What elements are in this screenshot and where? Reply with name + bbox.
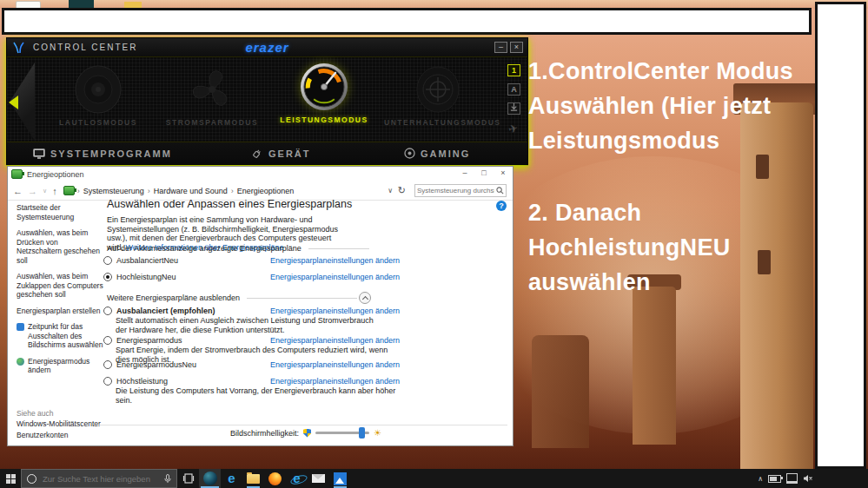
firefox-icon — [268, 472, 282, 485]
sidebar-item-startseite[interactable]: Startseite der Systemsteuerung — [17, 203, 103, 221]
control-panel-search-box[interactable] — [414, 184, 507, 197]
tab-label: GAMING — [421, 148, 470, 159]
plan-name: EnergiesparmodusNeu — [116, 360, 196, 369]
address-dropdown[interactable]: ∨ — [388, 187, 393, 195]
control-center-window: CONTROL CENTER erazer – × LAUTLOSMODUS — [6, 37, 528, 165]
taskbar-app-mail[interactable] — [308, 469, 329, 488]
taskbar-app-photos[interactable] — [329, 469, 351, 488]
sidebar-item-netzschalter[interactable]: Auswählen, was beim Drücken von Netzscha… — [17, 228, 103, 265]
collapse-chevron-button[interactable] — [359, 292, 371, 304]
sidebar-item-bildschirm-ausschalten[interactable]: Zeitpunkt für das Ausschalten des Bildsc… — [17, 322, 103, 350]
radio-hochleistungneu-selected[interactable] — [103, 273, 112, 281]
cc-close-button[interactable]: × — [510, 42, 523, 53]
brightness-slider[interactable] — [315, 432, 369, 434]
radio-hoechstleistung[interactable] — [103, 377, 112, 386]
wallpaper-tower — [633, 287, 676, 445]
breadcrumb-separator: › — [231, 187, 234, 195]
profile-a-button[interactable]: A — [507, 83, 520, 96]
sidebar-item-energiesparmodus[interactable]: Energiesparmodus ändern — [17, 357, 103, 375]
plan-settings-link[interactable]: Energiesparplaneinstellungen ändern — [270, 377, 400, 386]
start-button[interactable] — [0, 469, 21, 488]
breadcrumb-hardware-und-sound[interactable]: Hardware und Sound — [154, 187, 228, 195]
microphone-icon — [164, 474, 171, 484]
volume-muted-button[interactable] — [803, 474, 813, 483]
refresh-button[interactable]: ↻ — [398, 185, 406, 196]
help-icon[interactable]: ? — [496, 201, 507, 211]
tab-systemprogramm[interactable]: SYSTEMPROGRAMM — [33, 142, 172, 164]
taskbar-app-firefox[interactable] — [264, 469, 286, 488]
breadcrumb-energieoptionen[interactable]: Energieoptionen — [237, 187, 295, 195]
profile-1-button[interactable]: 1 — [507, 64, 520, 76]
nav-dropdown[interactable]: ∨ — [43, 188, 47, 195]
battery-icon — [17, 358, 24, 366]
control-center-tabbar: SYSTEMPROGRAMM GERÄT GAMING — [7, 142, 527, 164]
radio-ausbalanciert[interactable] — [103, 307, 112, 315]
cc-minimize-button[interactable]: – — [494, 42, 507, 53]
control-center-logo-icon — [12, 42, 26, 54]
brightness-slider-handle[interactable] — [359, 427, 365, 439]
plan-name: Ausbalanciert (empfohlen) — [116, 307, 215, 315]
internet-explorer-icon: e — [293, 472, 300, 485]
cc-side-buttons: 1 A ✈ — [507, 64, 522, 135]
airplane-mode-button[interactable]: ✈ — [507, 120, 523, 136]
pw-titlebar[interactable]: Energieoptionen – □ × — [8, 167, 513, 181]
sun-brightness-icon: ☀ — [374, 428, 381, 438]
radio-energiesparmodus[interactable] — [103, 336, 112, 345]
mode-lautlosmodus[interactable]: LAUTLOSMODUS — [44, 63, 152, 127]
radio-energiesparmodusneu[interactable] — [103, 360, 112, 369]
tab-label: GERÄT — [268, 148, 311, 159]
battery-plans-group-header: Auf der Akkumessanzeige angezeigte Energ… — [107, 244, 369, 253]
tray-chevron-icon[interactable]: ∧ — [758, 475, 763, 483]
plan-settings-link[interactable]: Energiesparplaneinstellungen ändern — [270, 360, 400, 369]
power-options-icon — [11, 169, 23, 179]
brightness-bar: Bildschirmhelligkeit: ☀ — [230, 428, 381, 438]
forward-button[interactable]: → — [28, 186, 37, 196]
sidebar-item-zuklappen[interactable]: Auswählen, was beim Zuklappen des Comput… — [17, 272, 103, 300]
uac-shield-icon — [303, 429, 311, 438]
taskbar-search-box[interactable] — [21, 469, 177, 488]
photos-icon — [334, 472, 347, 485]
mode-stromsparmodus[interactable]: STROMSPARMODUS — [158, 63, 266, 127]
plan-description: Stellt automatisch einen Ausgleich zwisc… — [116, 316, 387, 334]
battery-tray-icon[interactable] — [768, 475, 781, 483]
sidebar-item-mobilitaetscenter[interactable]: Windows-Mobilitätscenter — [17, 419, 101, 428]
control-center-app-icon — [203, 472, 217, 485]
taskbar-app-internet-explorer[interactable]: e — [286, 469, 308, 488]
plan-settings-link[interactable]: Energiesparplaneinstellungen ändern — [270, 307, 400, 315]
sidebar-item-plan-erstellen[interactable]: Energiesparplan erstellen — [17, 307, 103, 316]
task-view-button[interactable] — [177, 469, 199, 488]
sidebar-item-benutzerkonten[interactable]: Benutzerkonten — [17, 431, 69, 439]
gauge-icon — [270, 60, 378, 114]
mode-unterhaltungsmodus[interactable]: UNTERHALTUNGSMODUS — [384, 63, 492, 127]
pw-maximize-button[interactable]: □ — [474, 167, 494, 181]
tab-gaming[interactable]: GAMING — [404, 142, 470, 164]
plan-settings-link[interactable]: Energiesparplaneinstellungen ändern — [270, 273, 400, 281]
plan-settings-link[interactable]: Energiesparplaneinstellungen ändern — [270, 256, 400, 265]
page-title: Auswählen oder Anpassen eines Energiespa… — [107, 198, 352, 210]
taskbar-app-control-center[interactable] — [199, 469, 221, 488]
download-button[interactable] — [507, 102, 520, 115]
breadcrumb-systemsteuerung[interactable]: Systemsteuerung — [83, 187, 144, 195]
mode-label: UNTERHALTUNGSMODUS — [384, 118, 492, 127]
radio-ausbalanciertneu[interactable] — [103, 256, 112, 265]
pw-minimize-button[interactable]: – — [455, 167, 474, 181]
mode-leistungsmodus[interactable]: LEISTUNGSMODUS — [270, 60, 378, 124]
pw-close-button[interactable]: × — [494, 167, 513, 181]
search-input[interactable] — [415, 187, 496, 195]
control-center-body: LAUTLOSMODUS STROMSPARMODUS — [7, 57, 527, 143]
plan-row-energiesparmodusneu: EnergiesparmodusNeu Energiesparplaneinst… — [103, 360, 368, 371]
network-tray-icon[interactable] — [786, 473, 798, 484]
up-button[interactable]: ↑ — [52, 186, 57, 196]
back-button[interactable]: ← — [13, 186, 23, 196]
tab-geraet[interactable]: GERÄT — [252, 142, 311, 164]
control-center-titlebar[interactable]: CONTROL CENTER erazer – × — [7, 38, 527, 57]
taskbar: e e ∧ — [0, 469, 868, 488]
taskbar-app-explorer[interactable] — [242, 469, 264, 488]
taskbar-app-edge[interactable]: e — [221, 469, 242, 488]
plan-settings-link[interactable]: Energiesparplaneinstellungen ändern — [270, 336, 400, 345]
plan-name: Höchstleistung — [116, 377, 168, 386]
taskbar-search-input[interactable] — [41, 473, 160, 485]
group-header-label: Weitere Energiesparpläne ausblenden — [107, 293, 240, 302]
callout-box-right — [815, 2, 866, 469]
more-plans-group-header: Weitere Energiesparpläne ausblenden — [107, 293, 357, 302]
